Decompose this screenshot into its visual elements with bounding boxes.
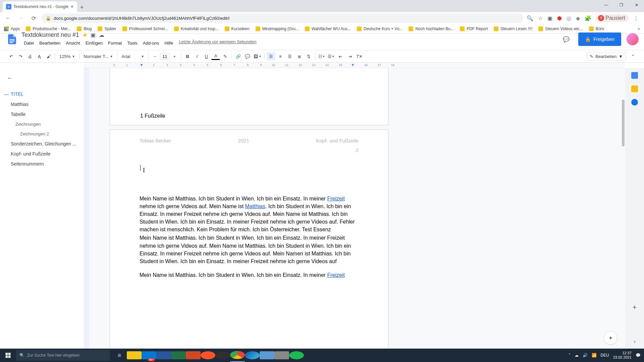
window-maximize-button[interactable]: ❐ bbox=[614, 0, 629, 10]
bookmark-item[interactable]: Wahlfächer WU Aus... bbox=[305, 26, 351, 31]
insert-image-button[interactable]: 🖼▼ bbox=[253, 52, 262, 61]
spellcheck-button[interactable]: Ą bbox=[35, 52, 44, 61]
window-close-button[interactable]: ✕ bbox=[629, 0, 644, 10]
decrease-indent-button[interactable]: ⇤ bbox=[336, 52, 345, 61]
profile-paused-pill[interactable]: T Pausiert bbox=[596, 14, 629, 22]
menu-tools[interactable]: Tools bbox=[125, 39, 140, 47]
nav-back-button[interactable]: ← bbox=[3, 13, 13, 23]
highlight-button[interactable]: ✎ bbox=[221, 52, 229, 61]
scrollbar-thumb[interactable] bbox=[622, 100, 625, 146]
paragraph-style-select[interactable]: Normaler T...▼ bbox=[82, 54, 115, 59]
paint-format-button[interactable]: 🖌 bbox=[44, 52, 53, 61]
bookmarks-overflow-icon[interactable]: » bbox=[638, 26, 640, 31]
volume-icon[interactable]: 🔊 bbox=[583, 353, 588, 358]
spotify-app-button[interactable] bbox=[289, 349, 304, 362]
start-button[interactable] bbox=[0, 349, 16, 362]
bulleted-list-button[interactable]: ☰▼ bbox=[327, 52, 335, 61]
cloud-status-icon[interactable]: ☁ bbox=[99, 32, 104, 38]
outline-item[interactable]: Zeichnungen bbox=[0, 119, 84, 129]
bookmark-item[interactable]: Kreativität und Insp... bbox=[174, 26, 219, 31]
taskbar-clock[interactable]: 12:37 23.02.2021 bbox=[613, 351, 632, 360]
page-header[interactable]: Tobias Becker 2021 Kopf- und Fußzeile bbox=[140, 130, 359, 146]
bookmark-item[interactable]: Deutsche Kurs + Vo... bbox=[357, 26, 402, 31]
link-freizeit[interactable]: Freizeit bbox=[327, 196, 344, 201]
language-indicator[interactable]: DEU bbox=[601, 353, 609, 358]
increase-indent-button[interactable]: ⇥ bbox=[345, 52, 354, 61]
underline-button[interactable]: U bbox=[202, 52, 211, 61]
text-color-button[interactable]: A bbox=[211, 53, 220, 60]
tasks-addon-icon[interactable] bbox=[631, 99, 638, 106]
star-icon[interactable]: ★ bbox=[83, 32, 87, 38]
bookmark-item[interactable]: Professionell Schrei... bbox=[122, 26, 168, 31]
outline-item[interactable]: TITEL bbox=[0, 89, 84, 99]
bookmark-item[interactable]: Blog bbox=[77, 26, 92, 31]
insert-comment-button[interactable]: 💬 bbox=[243, 52, 252, 61]
redo-button[interactable]: ↷ bbox=[16, 52, 25, 61]
nav-reload-button[interactable]: ⟳ bbox=[29, 13, 38, 23]
menu-bearbeiten[interactable]: Bearbeiten bbox=[37, 39, 63, 47]
outline-back-button[interactable]: ← bbox=[0, 73, 84, 83]
bookmark-item[interactable]: Mindmapping (Gru... bbox=[256, 26, 299, 31]
move-folder-icon[interactable]: ▣ bbox=[91, 32, 96, 38]
bookmark-item[interactable]: Später bbox=[98, 26, 116, 31]
get-addons-button[interactable]: + bbox=[633, 303, 637, 312]
taskbar-search[interactable]: 🔍 Zur Suche Text hier eingeben bbox=[16, 350, 110, 361]
link-freizeit-2[interactable]: Freizeit bbox=[327, 272, 344, 278]
explore-button[interactable]: ✦ bbox=[604, 331, 617, 345]
link-matthias[interactable]: Matthias bbox=[245, 203, 265, 209]
menu-hilfe[interactable]: Hilfe bbox=[162, 39, 175, 47]
outline-item[interactable]: Kopf- und Fußzeile bbox=[0, 149, 84, 159]
account-avatar[interactable] bbox=[627, 33, 639, 45]
bookmark-item[interactable]: Produktsuche - Mer... bbox=[26, 26, 71, 31]
hide-sidepanel-button[interactable]: › bbox=[634, 339, 635, 345]
font-size-decrease[interactable]: − bbox=[151, 52, 159, 61]
document-canvas[interactable]: 1 Fußzeile Tobias Becker 2021 Kopf- und … bbox=[84, 68, 625, 349]
font-select[interactable]: Arial▼ bbox=[119, 54, 146, 59]
bookmark-item[interactable]: Steuern Lesen !!!! bbox=[494, 26, 532, 31]
share-button[interactable]: 🔒 Freigeben bbox=[578, 33, 621, 46]
body-text[interactable]: Mein Name ist Matthias. Ich bin Student … bbox=[140, 195, 359, 279]
undo-button[interactable]: ↶ bbox=[7, 52, 15, 61]
horizontal-ruler[interactable]: ▼ ▼ 2 1 1 2 3 4 5 6 7 8 9 10 11 12 13 14… bbox=[84, 63, 625, 68]
clear-format-button[interactable]: T✕ bbox=[355, 52, 364, 61]
editing-mode-select[interactable]: ✎ Bearbeiten ▼ bbox=[587, 52, 626, 61]
bookmark-item[interactable]: Noch hochladen Bu... bbox=[409, 26, 454, 31]
mail-app-button[interactable]: 99+ bbox=[142, 349, 156, 362]
adblock-icon[interactable]: ⬢ bbox=[557, 15, 562, 21]
zoom-icon[interactable]: 🔍 bbox=[527, 15, 533, 21]
outline-item[interactable]: Matthias bbox=[0, 99, 84, 109]
align-center-button[interactable]: ≡ bbox=[276, 52, 285, 61]
url-field[interactable]: 🔒 docs.google.com/document/d/1hUH8k6h7Lb… bbox=[42, 13, 523, 23]
chrome-app-button[interactable] bbox=[230, 349, 245, 362]
menu-format[interactable]: Format bbox=[106, 39, 124, 47]
font-size-input[interactable] bbox=[160, 53, 169, 60]
powerpoint-app-button[interactable] bbox=[186, 349, 201, 362]
menu-datei[interactable]: Datei bbox=[21, 39, 36, 47]
menu-ansicht[interactable]: Ansicht bbox=[63, 39, 83, 47]
extension-icon-1[interactable]: ◎ bbox=[567, 15, 571, 21]
insert-link-button[interactable]: 🔗 bbox=[234, 52, 243, 61]
reader-icon[interactable]: ▣ bbox=[547, 15, 552, 21]
indent-marker-right[interactable]: ▼ bbox=[351, 63, 355, 67]
bookmark-item[interactable]: Kursideen bbox=[225, 26, 250, 31]
docs-logo[interactable] bbox=[5, 33, 19, 46]
collapse-toolbar-button[interactable]: ⌃ bbox=[629, 52, 637, 61]
star-bookmark-icon[interactable]: ☆ bbox=[538, 15, 543, 21]
outline-item[interactable]: Zeichnungen 2 bbox=[0, 129, 84, 139]
browser-tab[interactable]: ≡ Textdokument neu #1 - Google ✕ bbox=[3, 1, 77, 12]
notifications-button[interactable]: 💬 bbox=[636, 353, 641, 358]
outline-item[interactable]: Tabelle bbox=[0, 109, 84, 119]
nav-forward-button[interactable]: → bbox=[16, 13, 25, 23]
print-button[interactable]: 🖨 bbox=[25, 52, 34, 61]
task-view-button[interactable]: ⊞ bbox=[112, 349, 127, 362]
page-footer-text[interactable]: 1 Fußzeile bbox=[140, 112, 165, 120]
align-right-button[interactable]: ☰ bbox=[285, 52, 294, 61]
indent-marker-left[interactable]: ▼ bbox=[140, 63, 144, 67]
bookmark-item[interactable]: Büro bbox=[589, 26, 604, 31]
browser-menu-icon[interactable]: ⋮ bbox=[633, 15, 639, 21]
outline-item[interactable]: Seitennummern bbox=[0, 159, 84, 169]
word-app-button[interactable] bbox=[156, 349, 171, 362]
page-1-bottom[interactable]: 1 Fußzeile bbox=[110, 68, 388, 125]
bookmark-item[interactable]: Steuern Videos wic... bbox=[538, 26, 583, 31]
font-size-increase[interactable]: + bbox=[170, 52, 179, 61]
